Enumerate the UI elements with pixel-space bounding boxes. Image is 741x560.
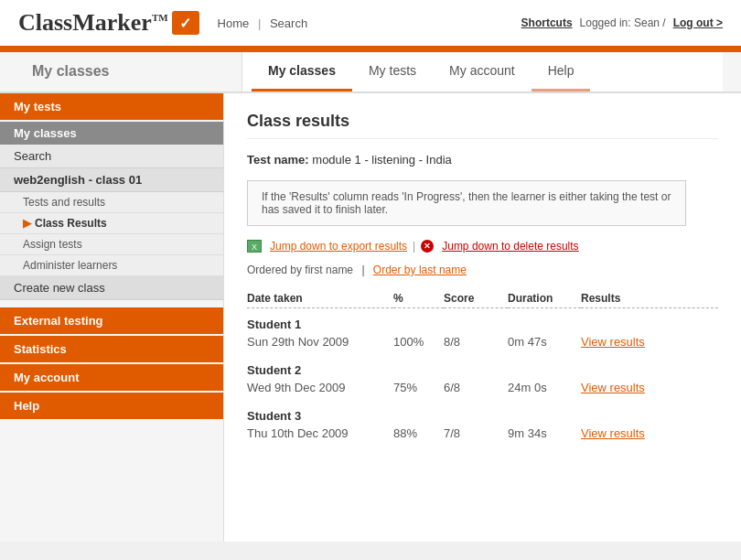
table-row: Thu 10th Dec 2009 88% 7/8 9m 34s View re… xyxy=(247,425,718,446)
sidebar-administer-learners[interactable]: Administer learners xyxy=(0,255,223,276)
student-3-score: 7/8 xyxy=(444,425,508,446)
student-2-score: 6/8 xyxy=(444,379,508,400)
sidebar: My tests My classes Search web2english -… xyxy=(0,93,224,542)
table-row: Student 1 xyxy=(247,308,718,334)
logo: ClassMarkerTM ✓ xyxy=(18,9,199,37)
statistics-button[interactable]: Statistics xyxy=(0,336,223,362)
logo-text: ClassMarkerTM xyxy=(18,9,168,37)
sidebar-class-results[interactable]: ▶Class Results xyxy=(0,213,223,234)
results-table: Date taken % Score Duration Results Stud… xyxy=(247,287,718,446)
col-date-taken: Date taken xyxy=(247,287,393,308)
arrow-icon: ▶ xyxy=(23,217,31,230)
my-account-button[interactable]: My account xyxy=(0,364,223,391)
header: ClassMarkerTM ✓ Home | Search Shortcuts … xyxy=(0,0,741,48)
col-percent: % xyxy=(393,287,444,308)
content-area: Class results Test name: module 1 - list… xyxy=(224,93,741,542)
student-2-percent: 75% xyxy=(393,379,444,400)
user-area: Shortcuts Logged in: Sean / Log out > xyxy=(521,16,723,29)
logout-link[interactable]: Log out > xyxy=(673,16,723,29)
external-testing-button[interactable]: External testing xyxy=(0,307,223,334)
table-body: Student 1 Sun 29th Nov 2009 100% 8/8 0m … xyxy=(247,308,718,447)
tab-my-tests[interactable]: My tests xyxy=(352,52,433,92)
col-duration: Duration xyxy=(508,287,581,308)
order-row: Ordered by first name | Order by last na… xyxy=(247,264,718,276)
student-1-date: Sun 29th Nov 2009 xyxy=(247,333,393,354)
table-header: Date taken % Score Duration Results xyxy=(247,287,718,308)
student-1-name: Student 1 xyxy=(247,308,718,334)
table-row: Student 3 xyxy=(247,400,718,425)
action-separator: | xyxy=(413,240,415,253)
sidebar-create-new-class[interactable]: Create new class xyxy=(0,276,223,300)
delete-results-link[interactable]: Jump down to delete results xyxy=(442,240,578,253)
student-2-date: Wed 9th Dec 2009 xyxy=(247,379,393,400)
student-3-duration: 9m 34s xyxy=(508,425,581,446)
shortcuts-label[interactable]: Shortcuts xyxy=(521,16,573,29)
logged-in-text: Logged in: Sean / xyxy=(580,16,666,29)
tab-my-account[interactable]: My account xyxy=(433,52,532,92)
student-1-results-link[interactable]: View results xyxy=(581,335,645,349)
delete-icon: ✕ xyxy=(421,240,434,253)
sidebar-tests-and-results[interactable]: Tests and results xyxy=(0,192,223,213)
export-results-link[interactable]: Jump down to export results xyxy=(270,240,407,253)
top-nav-bar: My classes My classes My tests My accoun… xyxy=(0,52,741,93)
sidebar-title-header: My classes xyxy=(18,52,242,92)
col-score: Score xyxy=(444,287,508,308)
test-name-value-text: module 1 - listening - India xyxy=(312,153,451,167)
my-tests-button[interactable]: My tests xyxy=(0,93,223,120)
home-link[interactable]: Home xyxy=(218,16,250,30)
my-classes-section-header: My classes xyxy=(0,122,223,145)
student-3-results-link[interactable]: View results xyxy=(581,426,645,440)
student-1-duration: 0m 47s xyxy=(508,333,581,354)
sidebar-search-item[interactable]: Search xyxy=(0,145,223,168)
student-2-duration: 24m 0s xyxy=(508,379,581,400)
main-container: My tests My classes Search web2english -… xyxy=(0,93,741,542)
tab-help[interactable]: Help xyxy=(532,52,591,92)
export-icon: X xyxy=(247,240,262,253)
student-2-name: Student 2 xyxy=(247,354,718,379)
sidebar-class-item[interactable]: web2english - class 01 xyxy=(0,168,223,192)
header-nav: Home | Search xyxy=(218,16,308,30)
student-3-name: Student 3 xyxy=(247,400,718,425)
logo-area: ClassMarkerTM ✓ Home | Search xyxy=(18,9,307,37)
logo-checkmark: ✓ xyxy=(172,11,199,35)
test-name-row: Test name: module 1 - listening - India xyxy=(247,153,718,167)
info-box: If the 'Results' column reads 'In Progre… xyxy=(247,180,686,226)
page-title: Class results xyxy=(247,112,718,139)
table-row: Student 2 xyxy=(247,354,718,379)
table-row: Sun 29th Nov 2009 100% 8/8 0m 47s View r… xyxy=(247,333,718,354)
table-row: Wed 9th Dec 2009 75% 6/8 24m 0s View res… xyxy=(247,379,718,400)
student-1-percent: 100% xyxy=(393,333,444,354)
student-3-date: Thu 10th Dec 2009 xyxy=(247,425,393,446)
help-button[interactable]: Help xyxy=(0,393,223,419)
student-3-percent: 88% xyxy=(393,425,444,446)
search-link[interactable]: Search xyxy=(270,16,307,30)
order-by-last-name-link[interactable]: Order by last name xyxy=(373,264,467,276)
student-1-score: 8/8 xyxy=(444,333,508,354)
sidebar-assign-tests[interactable]: Assign tests xyxy=(0,234,223,255)
action-links: X Jump down to export results | ✕ Jump d… xyxy=(247,240,718,253)
nav-separator: | xyxy=(258,16,261,30)
tab-my-classes[interactable]: My classes xyxy=(252,52,352,92)
col-results: Results xyxy=(581,287,718,308)
student-2-results-link[interactable]: View results xyxy=(581,381,645,394)
